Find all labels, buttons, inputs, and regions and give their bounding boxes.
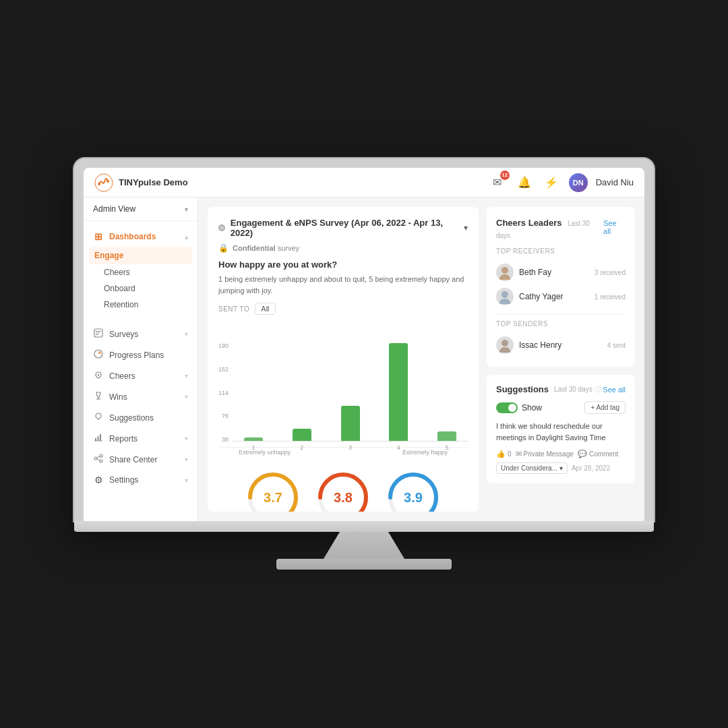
lightning-icon[interactable]: ⚡ (542, 173, 561, 192)
wins-label: Wins (109, 392, 127, 402)
question-text: How happy are you at work? (218, 260, 468, 270)
show-toggle[interactable]: Show (496, 402, 542, 413)
private-message-action[interactable]: ✉ Private Message (516, 450, 574, 458)
settings-icon: ⚙ (93, 475, 104, 485)
score-value-2: 3.8 (334, 490, 353, 506)
sidebar-item-suggestions[interactable]: Suggestions (84, 407, 198, 428)
surveys-icon (93, 328, 104, 340)
avatar-cathy-yager (496, 288, 514, 305)
stand-neck (324, 532, 404, 559)
settings-label: Settings (109, 475, 138, 485)
survey-header: Engagement & eNPS Survey (Apr 06, 2022 -… (218, 218, 468, 238)
sidebar-item-progress-plans[interactable]: Progress Plans (84, 344, 198, 365)
monitor-wrapper: TINYpulse Demo ✉ 12 🔔 ⚡ DN David Niu (61, 158, 667, 570)
wins-icon (93, 391, 104, 402)
wins-chevron: ▾ (185, 393, 188, 400)
person-count-beth-fay: 3 received (595, 269, 626, 276)
surveys-label: Surveys (109, 330, 138, 339)
sidebar-item-reports[interactable]: Reports ▾ (84, 428, 198, 449)
suggestions-title-group: Suggestions Last 30 days ⓘ (496, 384, 602, 394)
person-count-cathy-yager: 1 received (595, 293, 626, 301)
cheers-nav-icon (93, 370, 104, 382)
dashboards-chevron: ▴ (185, 233, 188, 241)
like-count: 0 (508, 450, 512, 458)
top-bar-right: ✉ 12 🔔 ⚡ DN David Niu (488, 173, 634, 192)
person-count-issac-henry: 4 sent (607, 342, 626, 349)
sidebar-item-onboard[interactable]: Onboard (84, 280, 198, 297)
cheers-chevron: ▾ (185, 372, 188, 380)
suggestion-text: I think we should reschedule our meeting… (496, 421, 626, 443)
sidebar-item-retention[interactable]: Retention (84, 297, 198, 313)
svg-point-10 (96, 413, 101, 419)
x-label-col-3: 3 (330, 444, 371, 451)
svg-point-29 (502, 340, 508, 346)
cheers-leaders-title-group: Cheers Leaders Last 30 days (496, 216, 603, 241)
bell-icon[interactable]: 🔔 (515, 173, 534, 192)
sidebar: Admin View ▾ ⊞ Dashboards ▴ Engage Cheer… (84, 198, 198, 521)
bar-3 (341, 406, 360, 441)
add-tag-button[interactable]: + Add tag (584, 401, 626, 414)
svg-point-16 (100, 454, 102, 457)
survey-title-chevron[interactable]: ▾ (464, 223, 468, 233)
y-label-114: 114 (218, 390, 229, 396)
confidential-text: Confidential survey (233, 244, 299, 252)
bar-col-4 (377, 343, 419, 441)
y-label-190: 190 (218, 343, 229, 349)
score-circle-1: 3.7 (246, 471, 300, 512)
like-action[interactable]: 👍 0 (496, 450, 512, 458)
user-avatar[interactable]: DN (569, 173, 588, 192)
sidebar-item-cheers-sub[interactable]: Cheers (84, 264, 198, 280)
avatar-beth-fay (496, 264, 514, 281)
sidebar-item-dashboards[interactable]: ⊞ Dashboards ▴ (84, 226, 198, 247)
suggestions-header: Suggestions Last 30 days ⓘ See all (496, 384, 626, 394)
sent-to-all-button[interactable]: All (255, 303, 275, 315)
nav-section-dashboards: ⊞ Dashboards ▴ Engage Cheers Onboard Ret… (84, 221, 198, 318)
email-notification-wrap: ✉ 12 (488, 173, 507, 192)
cheers-leaders-see-all[interactable]: See all (603, 219, 626, 235)
admin-view-label: Admin View (93, 204, 135, 214)
status-dropdown[interactable]: Under Considera... ▾ (496, 462, 568, 474)
suggestions-info-icon: ⓘ (595, 385, 602, 394)
toggle-thumb (508, 404, 516, 412)
sidebar-item-share-center[interactable]: Share Center ▾ (84, 449, 198, 470)
toggle-row: Show + Add tag (496, 401, 626, 414)
reports-label: Reports (109, 434, 138, 444)
sidebar-item-engage[interactable]: Engage (89, 247, 192, 264)
suggestions-panel: Suggestions Last 30 days ⓘ See all (487, 375, 635, 483)
bars-container: 1 2 3 4 (233, 343, 468, 444)
person-row-issac-henry: Issac Henry 4 sent (496, 333, 626, 357)
sidebar-item-settings[interactable]: ⚙ Settings ▾ (84, 470, 198, 490)
bar-col-2 (281, 429, 323, 441)
admin-view-selector[interactable]: Admin View ▾ (84, 198, 198, 221)
share-center-icon (93, 454, 104, 465)
sidebar-item-wins[interactable]: Wins ▾ (84, 386, 198, 407)
top-receivers-label: Top Receivers (496, 247, 626, 255)
svg-line-20 (97, 459, 100, 460)
person-name-issac-henry: Issac Henry (519, 340, 602, 350)
sidebar-item-surveys[interactable]: Surveys ▾ (84, 324, 198, 344)
toggle-track[interactable] (496, 402, 518, 413)
svg-rect-12 (95, 438, 96, 441)
svg-point-2 (107, 180, 109, 183)
cheers-leaders-header: Cheers Leaders Last 30 days See all (496, 216, 626, 241)
progress-plans-icon (93, 349, 104, 361)
bar-5 (437, 431, 456, 441)
monitor-chin (74, 521, 654, 532)
main-panel: Engagement & eNPS Survey (Apr 06, 2022 -… (208, 207, 479, 512)
comment-action[interactable]: 💬 Comment (578, 450, 618, 458)
sidebar-item-cheers-nav[interactable]: Cheers ▾ (84, 365, 198, 386)
survey-title: Engagement & eNPS Survey (Apr 06, 2022 -… (231, 218, 458, 238)
divider-top-senders (496, 314, 626, 315)
suggestions-title: Suggestions (496, 384, 549, 394)
suggestions-see-all[interactable]: See all (603, 386, 626, 394)
right-panels: Cheers Leaders Last 30 days See all Top … (487, 207, 635, 512)
user-name: David Niu (596, 177, 634, 187)
chart-area: 190 152 114 76 38 (218, 323, 468, 444)
comment-label: Comment (589, 450, 618, 458)
tinypulse-logo-icon (94, 173, 113, 192)
avatar-issac-henry (496, 336, 514, 354)
svg-point-1 (98, 183, 100, 185)
comment-icon: 💬 (578, 450, 587, 458)
y-label-152: 152 (218, 367, 229, 373)
score-circle-2: 3.8 (316, 471, 370, 512)
